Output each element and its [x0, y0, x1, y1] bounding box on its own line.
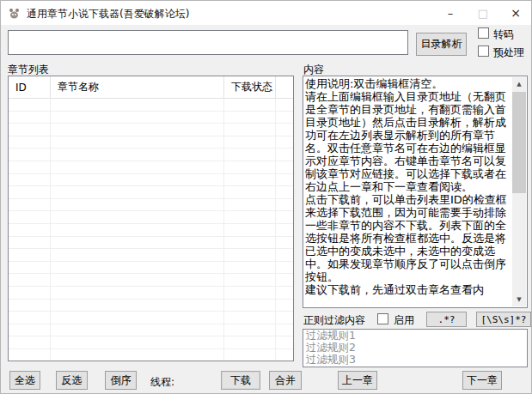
- table-row[interactable]: [9, 300, 293, 312]
- chapter-table-body[interactable]: [9, 99, 293, 361]
- table-row[interactable]: [9, 224, 293, 237]
- app-icon: [8, 7, 21, 20]
- column-header-id[interactable]: ID: [9, 76, 51, 98]
- invert-selection-button[interactable]: 反选: [56, 371, 88, 390]
- close-icon[interactable]: ×: [502, 1, 529, 25]
- table-row[interactable]: [9, 324, 293, 337]
- regex-preset-lazy-button[interactable]: .*?: [426, 312, 467, 327]
- transcode-checkbox[interactable]: [478, 27, 489, 39]
- regex-filter-label: 正则过滤内容: [303, 313, 365, 328]
- download-button[interactable]: 下载: [221, 371, 260, 390]
- table-row[interactable]: [9, 99, 293, 112]
- app-window: 通用章节小说下载器(吾爱破解论坛) – □ × 目录解析 转码 预处理 章节列表…: [0, 0, 532, 394]
- select-all-button[interactable]: 全选: [9, 371, 40, 390]
- table-row[interactable]: [9, 199, 293, 212]
- filter-rules-listbox[interactable]: 过滤规则1过滤规则2过滤规则3: [303, 329, 528, 367]
- table-row[interactable]: [9, 211, 293, 224]
- table-row[interactable]: [9, 112, 293, 124]
- table-row[interactable]: [9, 149, 293, 161]
- scrollbar-thumb[interactable]: [512, 92, 526, 193]
- preprocess-checkbox-label: 预处理: [493, 45, 524, 60]
- table-row[interactable]: [9, 186, 293, 199]
- merge-button[interactable]: 合并: [269, 371, 302, 390]
- threads-label: 线程:: [150, 375, 174, 390]
- table-row[interactable]: [9, 249, 293, 262]
- parse-directory-button[interactable]: 目录解析: [416, 33, 467, 56]
- table-row[interactable]: [9, 124, 293, 136]
- table-row[interactable]: [9, 136, 293, 149]
- table-row[interactable]: [9, 336, 293, 349]
- table-row[interactable]: [9, 349, 293, 361]
- next-chapter-button[interactable]: 下一章: [462, 371, 502, 390]
- content-textarea[interactable]: 使用说明:双击编辑框清空。 请在上面编辑框输入目录页地址（无翻页是全章节的目录页…: [305, 77, 511, 306]
- scroll-up-icon[interactable]: ▲: [512, 77, 526, 91]
- regex-preset-anychar-button[interactable]: [\S\s]*?: [476, 312, 531, 327]
- table-row[interactable]: [9, 237, 293, 250]
- filter-rule-item[interactable]: 过滤规则3: [303, 354, 527, 366]
- column-header-name[interactable]: 章节名称: [51, 76, 224, 98]
- chapter-table[interactable]: ID 章节名称 下载状态: [8, 76, 294, 361]
- scroll-down-icon[interactable]: ▼: [512, 293, 526, 306]
- minimize-icon[interactable]: –: [437, 1, 464, 25]
- titlebar: 通用章节小说下载器(吾爱破解论坛) – □ ×: [1, 1, 531, 25]
- preprocess-checkbox[interactable]: [478, 45, 489, 57]
- content-box: 使用说明:双击编辑框清空。 请在上面编辑框输入目录页地址（无翻页是全章节的目录页…: [303, 76, 528, 308]
- reverse-order-button[interactable]: 倒序: [105, 371, 137, 390]
- transcode-checkbox-label: 转码: [493, 27, 514, 42]
- table-row[interactable]: [9, 161, 293, 174]
- prev-chapter-button[interactable]: 上一章: [338, 371, 377, 390]
- filter-rule-item[interactable]: 过滤规则1: [303, 330, 527, 342]
- regex-enable-checkbox[interactable]: [377, 313, 388, 324]
- content-scrollbar[interactable]: ▲ ▼: [512, 77, 526, 306]
- directory-url-input[interactable]: [8, 30, 408, 55]
- table-row[interactable]: [9, 287, 293, 300]
- column-header-status[interactable]: 下载状态: [224, 76, 276, 98]
- table-row[interactable]: [9, 262, 293, 275]
- regex-enable-checkbox-label: 启用: [394, 313, 414, 328]
- column-header-extra: [276, 76, 293, 98]
- table-row[interactable]: [9, 174, 293, 187]
- filter-rule-item[interactable]: 过滤规则2: [303, 342, 527, 354]
- maximize-icon: □: [469, 1, 497, 25]
- window-title: 通用章节小说下载器(吾爱破解论坛): [27, 7, 189, 21]
- chapter-table-header[interactable]: ID 章节名称 下载状态: [9, 76, 293, 99]
- table-row[interactable]: [9, 274, 293, 287]
- table-row[interactable]: [9, 312, 293, 324]
